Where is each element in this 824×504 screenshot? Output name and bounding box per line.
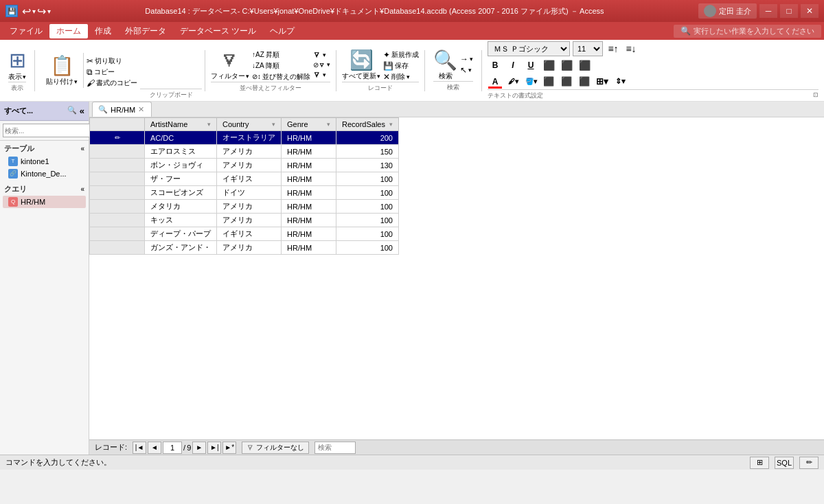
nav-item-kintone1[interactable]: T kintone1 [3,155,86,168]
select-dropdown[interactable]: ▾ [468,67,472,73]
highlight-button[interactable]: 🖌▾ [505,74,520,89]
cell-recordsales[interactable]: 100 [336,227,399,241]
cut-button[interactable]: ✂ 切り取り [87,56,137,66]
nav-tables-header[interactable]: テーブル « [3,142,86,155]
maximize-button[interactable]: □ [780,4,798,18]
cell-genre[interactable]: HR/HM [282,227,336,241]
find-extra-1[interactable]: → ▾ [460,54,473,64]
nav-search-input[interactable] [3,124,94,137]
nav-search-icon[interactable]: 🔍 [67,106,77,116]
cell-artistname[interactable]: キッス [145,214,217,227]
col-header-genre[interactable]: Genre ▾ [282,118,336,131]
tab-hrhm[interactable]: 🔍 HR/HM ✕ [92,102,152,117]
left-align-button[interactable]: ⬛ [541,58,556,73]
view-button[interactable]: ⊞ [9,48,26,72]
record-first-button[interactable]: |◄ [133,442,146,454]
cell-genre[interactable]: HR/HM [282,241,336,255]
table-row[interactable]: エアロスミスアメリカHR/HM150 [90,145,399,159]
table-row[interactable]: ザ・フーイギリスHR/HM100 [90,172,399,186]
delete-button[interactable]: ✕ 削除 ▾ [383,72,419,82]
paste-dropdown-icon[interactable]: ▾ [74,78,78,85]
find-button[interactable]: 🔍 検索 [433,49,457,81]
cell-artistname[interactable]: ガンズ・アンド・ [145,241,217,255]
cell-country[interactable]: アメリカ [217,159,282,172]
cell-recordsales[interactable]: 100 [336,172,399,186]
menu-create[interactable]: 作成 [88,24,118,38]
table-row[interactable]: ディープ・パープイギリスHR/HM100 [90,227,399,241]
cell-recordsales[interactable]: 150 [336,145,399,159]
cell-country[interactable]: アメリカ [217,200,282,214]
cell-country[interactable]: アメリカ [217,214,282,227]
table-row[interactable]: ガンズ・アンド・アメリカHR/HM100 [90,241,399,255]
italic-button[interactable]: I [505,58,520,73]
bg-color-button[interactable]: 🪣▾ [523,74,538,89]
design-view-button[interactable]: ✏ [799,457,819,469]
nav-item-hrhm[interactable]: Q HR/HM [3,196,86,208]
remove-sort-button[interactable]: ⊘↕ 並び替えの解除 [252,72,310,82]
advanced-dropdown[interactable]: ▾ [323,71,326,78]
cell-country[interactable]: アメリカ [217,241,282,255]
cell-recordsales[interactable]: 130 [336,159,399,172]
align-center-button[interactable]: ⬛ [559,74,574,89]
underline-button[interactable]: U [523,58,538,73]
cell-genre[interactable]: HR/HM [282,214,336,227]
refresh-dropdown-icon[interactable]: ▾ [377,73,380,80]
table-row[interactable]: キッスアメリカHR/HM100 [90,214,399,227]
cell-artistname[interactable]: AC/DC [145,131,217,145]
col-header-country[interactable]: Country ▾ [217,118,282,131]
sql-view-button[interactable]: SQL [775,457,794,469]
undo-button[interactable]: ↩ [22,5,31,18]
record-last-button[interactable]: ►| [207,442,221,454]
table-row[interactable]: ボン・ジョヴィアメリカHR/HM130 [90,159,399,172]
menu-help[interactable]: ヘルプ [263,24,301,38]
font-name-select[interactable]: ＭＳ Ｐゴシック [488,41,570,56]
center-align-button[interactable]: ⬛ [559,58,574,73]
filter-apply-button[interactable]: ⛛ ▾ [313,50,330,60]
find-extra-dropdown-1[interactable]: ▾ [470,56,473,62]
view-dropdown-icon[interactable]: ▾ [23,73,26,80]
filter-apply-dropdown[interactable]: ▾ [323,51,326,58]
save-record-button[interactable]: 💾 保存 [383,61,419,71]
menu-home[interactable]: ホーム [49,24,88,38]
cell-genre[interactable]: HR/HM [282,145,336,159]
cell-recordsales[interactable]: 100 [336,186,399,200]
format-copy-button[interactable]: 🖌 書式のコピー [87,78,137,88]
search-input[interactable] [314,442,356,454]
table-row[interactable]: メタリカアメリカHR/HM100 [90,200,399,214]
redo-button[interactable]: ↪ [37,5,46,18]
nav-item-kintone-de[interactable]: 🔗 Kintone_De... [3,168,86,180]
cell-country[interactable]: アメリカ [217,145,282,159]
record-number-input[interactable] [163,442,182,454]
minimize-button[interactable]: ─ [759,4,777,18]
advanced-button[interactable]: ⛛ ▾ [313,70,330,80]
menu-db-tools[interactable]: データベース ツール [173,24,263,38]
list-decrease-indent-button[interactable]: ≡↓ [623,41,639,56]
right-align-button[interactable]: ⬛ [577,58,592,73]
cell-artistname[interactable]: ディープ・パープ [145,227,217,241]
datasheet-container[interactable]: ArtistName ▾ Country ▾ G [89,117,824,439]
list-increase-indent-button[interactable]: ≡↑ [606,41,621,56]
cell-artistname[interactable]: エアロスミス [145,145,217,159]
paste-button[interactable]: 📋 貼り付け ▾ [41,53,84,88]
filter-dropdown-icon[interactable]: ▾ [246,73,249,80]
cell-recordsales[interactable]: 100 [336,241,399,255]
cell-artistname[interactable]: ボン・ジョヴィ [145,159,217,172]
font-color-button[interactable]: A [488,74,503,89]
bold-button[interactable]: B [488,58,503,73]
cell-artistname[interactable]: メタリカ [145,200,217,214]
cell-genre[interactable]: HR/HM [282,159,336,172]
col-header-recordsales[interactable]: RecordSales ▾ [336,118,399,131]
refresh-button[interactable]: 🔄 すべて更新 ▾ [342,49,380,81]
filter-button[interactable]: ⛛ フィルター ▾ [211,49,249,81]
user-badge[interactable]: 定田 圭介 [698,3,757,19]
record-next-button[interactable]: ► [192,442,206,454]
cell-genre[interactable]: HR/HM [282,186,336,200]
ascending-button[interactable]: ↑AZ 昇順 [252,50,310,60]
row-height-button[interactable]: ⇕▾ [613,74,628,89]
table-row[interactable]: ✏AC/DCオーストラリアHR/HM200 [90,131,399,145]
tab-close-button[interactable]: ✕ [138,105,144,114]
menu-external-data[interactable]: 外部データ [118,24,173,38]
select-button[interactable]: ↖ ▾ [460,65,473,75]
cell-country[interactable]: イギリス [217,172,282,186]
cell-country[interactable]: オーストラリア [217,131,282,145]
